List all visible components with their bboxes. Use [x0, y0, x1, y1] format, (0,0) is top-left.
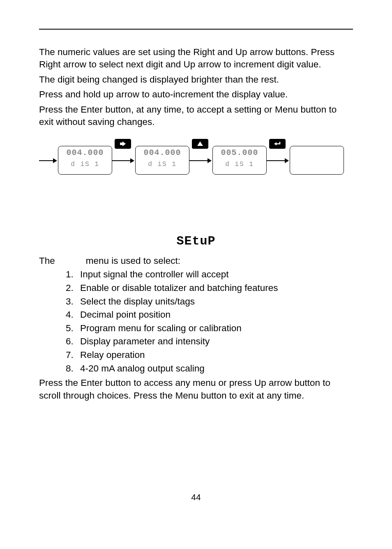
- list-item: Enable or disable totalizer and batching…: [76, 281, 353, 295]
- flow-arrow: [112, 160, 134, 161]
- list-item: Program menu for scaling or calibration: [76, 322, 353, 335]
- horizontal-rule: [39, 29, 353, 30]
- page-number: 44: [0, 492, 392, 502]
- flow-arrow: [267, 160, 288, 161]
- display-sequence-diagram: 004.000 d iS 1 004.000 d iS 1 005.000 d …: [39, 144, 353, 181]
- setup-list: Input signal the controller will accept …: [39, 268, 353, 375]
- svg-marker-2: [197, 141, 203, 146]
- list-item: Relay operation: [76, 348, 353, 362]
- up-arrow-button: [192, 139, 208, 149]
- display-top-value: 005.000: [213, 149, 266, 157]
- svg-marker-1: [122, 141, 126, 146]
- display-top-value: 004.000: [136, 149, 189, 157]
- flow-arrow: [39, 160, 56, 161]
- display-bottom-label: d iS 1: [213, 161, 266, 168]
- display-box: 004.000 d iS 1: [135, 146, 189, 175]
- right-arrow-icon: [120, 141, 126, 147]
- flow-arrow: [189, 160, 211, 161]
- setup-intro-post: menu is used to select:: [86, 256, 180, 266]
- intro-paragraphs: The numeric values are set using the Rig…: [39, 46, 353, 128]
- list-item: Decimal point position: [76, 308, 353, 322]
- display-bottom-label: d iS 1: [58, 161, 112, 168]
- setup-heading: SEtuP: [39, 234, 353, 248]
- paragraph-2: The digit being changed is displayed bri…: [39, 74, 353, 86]
- list-item: Select the display units/tags: [76, 295, 353, 309]
- enter-button: [269, 139, 286, 149]
- list-item: Display parameter and intensity: [76, 335, 353, 348]
- up-arrow-icon: [197, 141, 203, 147]
- paragraph-1: The numeric values are set using the Rig…: [39, 46, 353, 71]
- right-arrow-button: [115, 139, 131, 149]
- svg-rect-0: [120, 143, 122, 145]
- display-box: 004.000 d iS 1: [58, 146, 112, 175]
- display-top-value: 004.000: [58, 149, 112, 157]
- setup-outro: Press the Enter button to access any men…: [39, 377, 353, 402]
- display-bottom-label: d iS 1: [136, 161, 189, 168]
- setup-intro-pre: The: [39, 256, 55, 266]
- display-box: 005.000 d iS 1: [212, 146, 267, 175]
- list-item: 4-20 mA analog output scaling: [76, 362, 353, 376]
- paragraph-4: Press the Enter button, at any time, to …: [39, 104, 353, 129]
- setup-section: The menu is used to select: Input signal…: [39, 256, 353, 402]
- setup-intro: The menu is used to select:: [39, 256, 353, 266]
- list-item: Input signal the controller will accept: [76, 268, 353, 281]
- svg-marker-3: [274, 142, 277, 145]
- display-box-empty: [290, 146, 344, 175]
- enter-icon: [273, 141, 281, 147]
- paragraph-3: Press and hold up arrow to auto-incremen…: [39, 88, 353, 101]
